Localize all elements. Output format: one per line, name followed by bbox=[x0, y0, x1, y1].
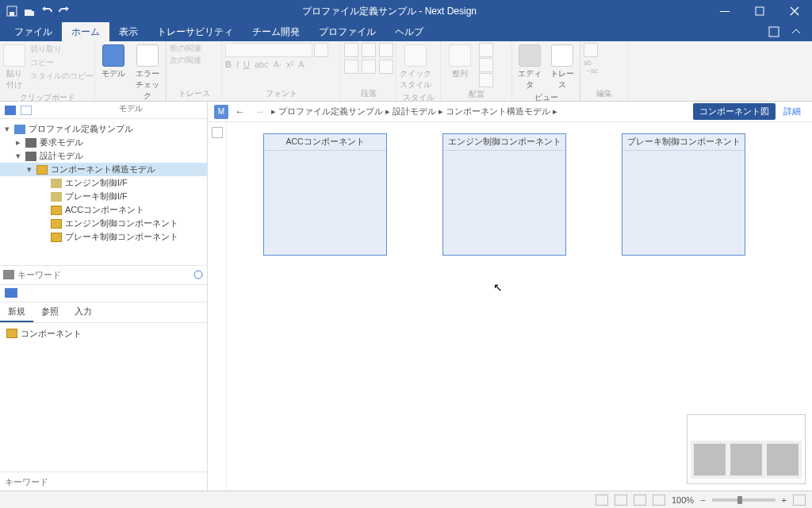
stylecopy-button[interactable]: スタイルのコピー bbox=[29, 70, 95, 83]
errorcheck-button[interactable]: エラーチェック bbox=[132, 43, 163, 102]
diagram-canvas[interactable]: ACCコンポーネント エンジン制御コンポーネント ブレーキ制御コンポーネント ↖ bbox=[208, 122, 812, 491]
redo-icon[interactable] bbox=[57, 4, 71, 18]
tree-n3[interactable]: ACCコンポーネント bbox=[0, 203, 207, 217]
zoom-in[interactable]: + bbox=[782, 495, 787, 505]
tab-ref[interactable]: 参照 bbox=[33, 302, 67, 322]
tab-file[interactable]: ファイル bbox=[5, 22, 62, 41]
nav-back[interactable]: ← bbox=[232, 106, 248, 117]
zoom-slider[interactable] bbox=[712, 498, 776, 502]
svg-rect-6 bbox=[21, 106, 32, 115]
status-bar: 100% − + bbox=[0, 491, 812, 508]
palette-icon[interactable] bbox=[5, 288, 17, 298]
cut-button[interactable]: 切り取り bbox=[29, 43, 95, 56]
tree-comp-model[interactable]: ▾コンポーネント構造モデル bbox=[0, 163, 207, 176]
tab-trace[interactable]: トレーサビリティ bbox=[147, 22, 243, 41]
close-icon[interactable] bbox=[777, 0, 812, 22]
left-panel: ▾プロファイル定義サンプル ▸要求モデル ▾設計モデル ▾コンポーネント構造モデ… bbox=[0, 102, 208, 491]
crumb-1[interactable]: プロファイル定義サンプル bbox=[278, 106, 383, 116]
paste-button[interactable]: 貼り付け bbox=[3, 43, 25, 90]
tab-help[interactable]: ヘルプ bbox=[385, 22, 433, 41]
minimap[interactable] bbox=[687, 414, 806, 484]
crumb-2[interactable]: 設計モデル bbox=[393, 106, 436, 116]
align-button[interactable]: 整列 bbox=[444, 43, 476, 79]
group-font: フォント bbox=[225, 87, 337, 101]
svg-rect-7 bbox=[3, 270, 14, 279]
trace-button[interactable]: トレース bbox=[548, 43, 577, 90]
editor-button[interactable]: エディタ bbox=[515, 43, 545, 90]
svg-rect-1 bbox=[10, 12, 14, 16]
menu-bar: ファイル ホーム 表示 トレーサビリティ チーム開発 プロファイル ヘルプ bbox=[0, 22, 812, 41]
tree-req[interactable]: ▸要求モデル bbox=[0, 136, 207, 149]
detail-link[interactable]: 詳細 bbox=[779, 106, 806, 117]
model-badge: M bbox=[214, 105, 228, 119]
open-icon[interactable] bbox=[22, 4, 36, 18]
ribbon: 貼り付け 切り取り コピー スタイルのコピー クリップボード モデル エラーチェ… bbox=[0, 41, 812, 102]
gutter-icon[interactable] bbox=[212, 127, 223, 138]
collapse-ribbon-icon[interactable] bbox=[785, 27, 807, 37]
tree-n5[interactable]: ブレーキ制御コンポーネント bbox=[0, 230, 207, 244]
tree-root[interactable]: ▾プロファイル定義サンプル bbox=[0, 122, 207, 136]
crumb-3[interactable]: コンポーネント構造モデル bbox=[446, 106, 550, 116]
zoom-label: 100% bbox=[672, 495, 694, 505]
tree-n2[interactable]: ブレーキ制御I/F bbox=[0, 190, 207, 203]
svg-rect-2 bbox=[720, 11, 730, 12]
svg-rect-9 bbox=[5, 288, 17, 298]
quickstyle-button[interactable]: クイック スタイル bbox=[400, 43, 431, 90]
status-view-3[interactable] bbox=[634, 495, 646, 506]
undo-icon[interactable] bbox=[40, 4, 54, 18]
diagram-type-button[interactable]: コンポーネント図 bbox=[693, 103, 776, 120]
keyword-input[interactable] bbox=[17, 270, 190, 279]
canvas-area: M ← → ▸ プロファイル定義サンプル ▸ 設計モデル ▸ コンポーネント構造… bbox=[208, 102, 812, 491]
search-config-icon[interactable] bbox=[193, 270, 204, 279]
font-size[interactable] bbox=[314, 43, 328, 57]
svg-point-8 bbox=[194, 271, 202, 279]
tab-new[interactable]: 新規 bbox=[0, 302, 33, 322]
save-icon[interactable] bbox=[5, 4, 19, 18]
component-box-acc[interactable]: ACCコンポーネント bbox=[263, 133, 387, 256]
maximize-icon[interactable] bbox=[742, 0, 777, 22]
tab-view[interactable]: 表示 bbox=[109, 22, 147, 41]
status-view-2[interactable] bbox=[615, 495, 627, 506]
tree-design[interactable]: ▾設計モデル bbox=[0, 149, 207, 163]
status-extra[interactable] bbox=[793, 495, 806, 506]
search-mode-icon[interactable] bbox=[3, 270, 14, 279]
palette-search[interactable] bbox=[5, 477, 202, 487]
tree-tool-2[interactable] bbox=[21, 106, 32, 115]
prev-relation[interactable]: 前の関連 bbox=[170, 43, 201, 54]
tab-input[interactable]: 入力 bbox=[67, 302, 100, 322]
palette-tabs: 新規 参照 入力 bbox=[0, 302, 207, 323]
tab-team[interactable]: チーム開発 bbox=[243, 22, 309, 41]
tab-home[interactable]: ホーム bbox=[62, 22, 109, 41]
tree-n1[interactable]: エンジン制御I/F bbox=[0, 176, 207, 190]
status-view-1[interactable] bbox=[596, 495, 608, 506]
group-paragraph: 段落 bbox=[344, 87, 393, 101]
copy-button[interactable]: コピー bbox=[29, 56, 95, 69]
component-box-brake[interactable]: ブレーキ制御コンポーネント bbox=[622, 133, 745, 256]
component-box-engine[interactable]: エンジン制御コンポーネント bbox=[442, 133, 566, 256]
find-icon[interactable] bbox=[584, 43, 598, 57]
next-relation[interactable]: 次の関連 bbox=[170, 55, 201, 66]
tree-tool-1[interactable] bbox=[5, 106, 16, 115]
zoom-out[interactable]: − bbox=[700, 495, 705, 505]
palette-component[interactable]: コンポーネント bbox=[6, 328, 201, 340]
cursor-icon: ↖ bbox=[493, 281, 503, 294]
tab-profile[interactable]: プロファイル bbox=[309, 22, 385, 41]
keyword-search bbox=[0, 265, 207, 284]
group-edit: 編集 bbox=[584, 87, 624, 101]
minimize-icon[interactable] bbox=[707, 0, 742, 22]
font-select[interactable] bbox=[225, 43, 312, 57]
breadcrumb: M ← → ▸ プロファイル定義サンプル ▸ 設計モデル ▸ コンポーネント構造… bbox=[208, 102, 812, 122]
model-tree: ▾プロファイル定義サンプル ▸要求モデル ▾設計モデル ▾コンポーネント構造モデ… bbox=[0, 119, 207, 265]
model-button[interactable]: モデル bbox=[98, 43, 129, 79]
group-align: 配置 bbox=[444, 87, 508, 102]
svg-rect-4 bbox=[769, 27, 779, 37]
status-view-4[interactable] bbox=[653, 495, 665, 506]
fullscreen-icon[interactable] bbox=[763, 26, 785, 37]
svg-rect-3 bbox=[756, 7, 764, 15]
nav-forward[interactable]: → bbox=[251, 106, 268, 117]
title-bar: プロファイル定義サンプル - Next Design bbox=[0, 0, 812, 22]
tree-n4[interactable]: エンジン制御コンポーネント bbox=[0, 217, 207, 230]
svg-rect-5 bbox=[5, 106, 16, 115]
window-title: プロファイル定義サンプル - Next Design bbox=[71, 5, 707, 18]
group-clipboard: クリップボード bbox=[3, 90, 91, 105]
